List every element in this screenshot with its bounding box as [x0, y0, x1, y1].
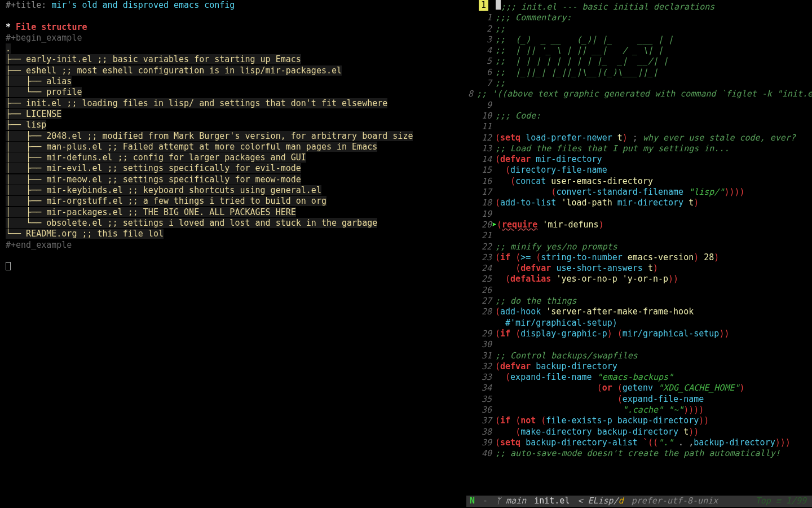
line-number: 33	[468, 372, 495, 383]
code-text: ;; auto-save-mode doesn't create the pat…	[495, 448, 780, 459]
code-line: 31;; Control backups/swapfiles	[468, 351, 812, 361]
code-line: 11	[468, 121, 812, 132]
code-line: 27;; do the things	[468, 296, 812, 306]
left-pane[interactable]: #+title: mir's old and disproved emacs c…	[0, 0, 468, 488]
line-number: 27	[468, 296, 495, 306]
code-text: (if (>= (string-to-number emacs-version)…	[495, 252, 719, 263]
line-number: 22	[468, 242, 495, 252]
line-number: 34	[468, 383, 495, 393]
code-text: ".cache" "~"))))	[495, 405, 704, 415]
code-line: 4;; | || '_ \ | || __| / _ \| |	[468, 45, 812, 56]
code-text: ;; | || '_ \ | || __| / _ \| |	[495, 45, 663, 56]
title-val: mir's old and disproved emacs config	[51, 0, 235, 10]
modeline-right: N - ᛘ main init.el < ELisp/d prefer-utf-…	[466, 496, 812, 506]
code-line: 29(if (display-graphic-p) (mir/graphical…	[468, 329, 812, 339]
code-text: ;; (_) _ __ (_)| |_ ___ | |	[495, 34, 673, 45]
example-block: . ├── early-init.el ;; basic variables f…	[6, 43, 413, 239]
code-text: (or (getenv "XDG_CACHE_HOME")	[495, 383, 745, 393]
vc-segment: ᛘ main	[496, 496, 526, 506]
code-line: 1;;; Commentary:	[468, 12, 812, 23]
tree-line: ├── early-init.el ;; basic variables for…	[6, 54, 301, 64]
code-line: #'mir/graphical-setup)	[468, 318, 812, 329]
tree-line: ├── lisp	[6, 120, 46, 130]
code-line: 36 ".cache" "~"))))	[468, 405, 812, 415]
code-text: ;; minify yes/no prompts	[495, 242, 617, 252]
tree-line: │ ├── mir-orgstuff.el ;; a few things i …	[6, 196, 326, 206]
line-number: 26	[468, 285, 495, 296]
code-text: (convert-standard-filename "lisp/"))))	[495, 187, 745, 198]
code-text: (if (display-graphic-p) (mir/graphical-s…	[495, 329, 729, 339]
heading-star: *	[6, 22, 16, 32]
tree-line: │ └── profile	[6, 87, 82, 97]
code-text: ;; Control backups/swapfiles	[495, 351, 638, 361]
line-number: 24	[468, 263, 495, 274]
branch-icon: ᛘ	[496, 496, 501, 506]
line-number: 15	[468, 165, 495, 176]
code-text: (make-directory backup-directory t))	[495, 427, 699, 437]
modeline-sep: -	[483, 496, 488, 506]
end-example: #+end_example	[6, 240, 72, 250]
workspace-tag: 1	[479, 0, 488, 11]
line-number: 23	[468, 252, 495, 263]
line-number: 12	[468, 133, 495, 143]
code-text: ;; | | | | | | | | |_ _| __/| |	[495, 56, 668, 67]
tree-line: │ ├── mir-evil.el ;; settings specifical…	[6, 163, 301, 173]
line-number: 18	[468, 198, 495, 208]
major-mode: < ELisp/d	[577, 496, 623, 506]
tree-line: │ ├── man-plus.el ;; Failed attempt at m…	[6, 142, 377, 152]
heading: File structure	[16, 22, 87, 32]
title-key: #+title:	[6, 0, 46, 10]
code-text: (expand-file-name	[495, 394, 704, 405]
modeline: N - ᛘ main init.el < ELisp/d prefer-utf-…	[0, 494, 812, 508]
line-number: 17	[468, 187, 495, 198]
code-line: 3;; (_) _ __ (_)| |_ ___ | |	[468, 34, 812, 45]
code-line: 12(setq load-prefer-newer t) ; why ever …	[468, 133, 812, 143]
code-line: 26	[468, 285, 812, 296]
code-line: 35 (expand-file-name	[468, 394, 812, 405]
line-number: 5	[468, 56, 495, 67]
code-text: (add-to-list 'load-path mir-directory t)	[495, 198, 699, 208]
code-text: (defvar use-short-answers t)	[495, 263, 658, 274]
cursor-indicator: ⎕	[6, 261, 11, 271]
code-text: (concat user-emacs-directory	[495, 176, 653, 187]
line-number: 19	[468, 209, 495, 220]
line-number: 39	[468, 437, 495, 448]
code-line: 1;;; init.el --- basic initial declarati…	[468, 0, 812, 12]
code-line: 21	[468, 230, 812, 241]
code-text: ;; |_||_| |_||_|\__|(_)\___||_|	[495, 67, 658, 78]
code-line: 22;; minify yes/no prompts	[468, 242, 812, 252]
line-number: 31	[468, 351, 495, 361]
line-number: 38	[468, 427, 495, 437]
code-text: ;; '((above text graphic generated with …	[476, 89, 812, 99]
code-line: 7;;	[468, 78, 812, 89]
code-text: (directory-file-name	[495, 165, 607, 176]
code-text: ;; Load the files that I put my settings…	[495, 143, 729, 154]
line-number: 25	[468, 274, 495, 284]
code-text: (defvar mir-directory	[495, 154, 602, 165]
code-line: 18(add-to-list 'load-path mir-directory …	[468, 198, 812, 208]
code-text: ;;	[495, 24, 505, 34]
line-number: 3	[468, 34, 495, 45]
line-number: 36	[468, 405, 495, 415]
code-text: (if (not (file-exists-p backup-directory…	[495, 415, 709, 426]
line-number: 4	[468, 45, 495, 56]
code-buffer[interactable]: 1;;; init.el --- basic initial declarati…	[468, 0, 812, 459]
code-text: (setq load-prefer-newer t) ; why ever us…	[495, 133, 796, 143]
code-line: 15 (directory-file-name	[468, 165, 812, 176]
line-number	[468, 318, 495, 329]
line-number: 35	[468, 394, 495, 405]
tree-line: │ ├── 2048.el ;; modified from Mark Burg…	[6, 131, 413, 141]
line-number: 1	[468, 0, 495, 12]
code-line: 10;;; Code:	[468, 111, 812, 121]
encoding: prefer-utf-8-unix	[632, 496, 718, 506]
cursor	[496, 0, 501, 10]
code-text: ;;; Commentary:	[495, 12, 571, 23]
line-number: 9	[468, 100, 495, 111]
line-number: 16	[468, 176, 495, 187]
right-pane[interactable]: 1;;; init.el --- basic initial declarati…	[468, 0, 812, 488]
code-text: (defalias 'yes-or-no-p 'y-or-n-p))	[495, 274, 678, 284]
code-text: ;; do the things	[495, 296, 577, 306]
code-line: 37(if (not (file-exists-p backup-directo…	[468, 415, 812, 426]
line-number: 29	[468, 329, 495, 339]
tree-line: │ ├── mir-defuns.el ;; config for larger…	[6, 152, 306, 163]
